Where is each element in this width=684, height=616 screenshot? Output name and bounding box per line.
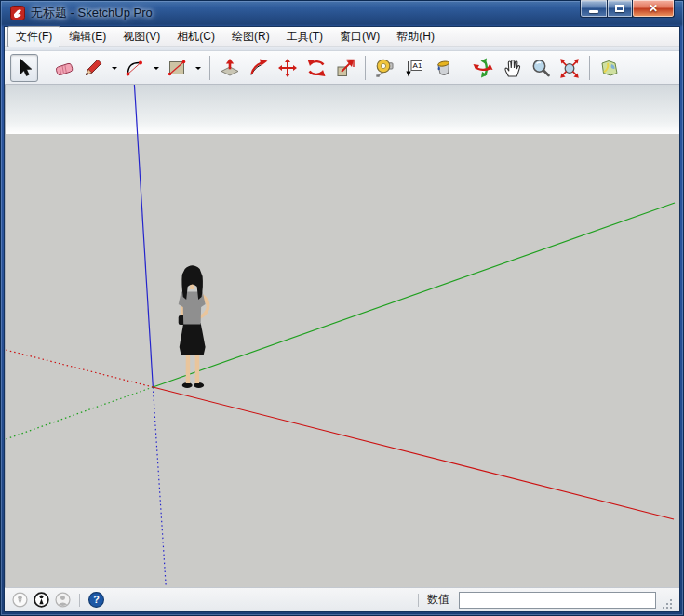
menu-view[interactable]: 视图(V) [114, 26, 168, 47]
model-credits-icon[interactable] [34, 592, 49, 608]
statusbar-separator [79, 594, 80, 607]
svg-text:A1: A1 [413, 61, 422, 70]
follow-me-icon [248, 57, 270, 79]
zoom-extents-icon [558, 57, 581, 79]
window-controls: ✕ [580, 0, 675, 18]
rotate-icon [305, 57, 328, 79]
toolbar-separator [589, 56, 590, 80]
figure-leg [186, 355, 190, 383]
menu-edit[interactable]: 编辑(E) [60, 26, 114, 47]
menu-window[interactable]: 窗口(W) [331, 26, 388, 47]
maximize-button[interactable] [607, 0, 633, 18]
text-icon: A1 [403, 57, 425, 79]
modeling-viewport[interactable] [5, 85, 679, 587]
menu-draw[interactable]: 绘图(R) [223, 26, 278, 47]
help-icon[interactable]: ? [88, 592, 104, 608]
rectangle-dropdown-button[interactable] [192, 54, 204, 82]
menu-camera[interactable]: 相机(C) [168, 26, 223, 47]
chevron-down-icon [112, 67, 117, 73]
toolbar-separator [365, 56, 366, 80]
menu-help[interactable]: 帮助(H) [388, 26, 443, 47]
toolbar-separator [463, 56, 463, 80]
resize-grip[interactable] [662, 598, 674, 610]
zoom-extents-tool-button[interactable] [556, 54, 583, 82]
arc-icon [124, 57, 146, 79]
rectangle-tool-button[interactable] [163, 54, 191, 82]
window-title: 无标题 - SketchUp Pro [31, 5, 153, 21]
rectangle-icon [166, 57, 188, 79]
menu-bar: 文件(F) 编辑(E) 视图(V) 相机(C) 绘图(R) 工具(T) 窗口(W… [5, 27, 679, 47]
push-pull-icon [219, 57, 241, 79]
tape-measure-tool-button[interactable] [371, 54, 399, 82]
figure-skirt [180, 323, 206, 355]
figure-leg [195, 355, 199, 383]
measurements-label: 数值 [427, 592, 449, 608]
select-tool-button[interactable] [10, 54, 38, 82]
rotate-tool-button[interactable] [302, 54, 330, 82]
zoom-tool-button[interactable] [527, 54, 555, 82]
eraser-icon [53, 57, 75, 79]
paint-bucket-icon [432, 57, 454, 79]
chevron-down-icon [154, 67, 159, 73]
toolbar-separator [209, 56, 210, 80]
sign-in-icon[interactable] [55, 592, 71, 608]
pan-hand-icon [501, 57, 523, 79]
move-tool-button[interactable] [274, 54, 302, 82]
toolbar: A1 [5, 51, 679, 85]
orbit-icon [472, 57, 494, 79]
sky [6, 85, 679, 134]
client-area: 文件(F) 编辑(E) 视图(V) 相机(C) 绘图(R) 工具(T) 窗口(W… [4, 26, 680, 612]
pencil-icon [82, 57, 104, 79]
viewport-canvas[interactable] [6, 85, 679, 587]
sketchup-logo-icon [10, 6, 25, 20]
menu-tools[interactable]: 工具(T) [278, 26, 331, 47]
chevron-down-icon [195, 67, 201, 73]
maximize-icon [615, 5, 624, 12]
eraser-tool-button[interactable] [50, 54, 78, 82]
scale-icon [334, 57, 356, 79]
pencil-tool-button[interactable] [79, 54, 107, 82]
minimize-button[interactable] [580, 0, 608, 18]
title-bar[interactable]: 无标题 - SketchUp Pro ✕ [4, 0, 680, 26]
geolocation-icon[interactable] [12, 592, 28, 608]
close-button[interactable]: ✕ [632, 0, 675, 18]
status-bar: ? 数值 [5, 587, 679, 611]
pan-tool-button[interactable] [498, 54, 526, 82]
add-location-tool-button[interactable] [596, 54, 624, 82]
arc-tool-button[interactable] [121, 54, 149, 82]
menu-file[interactable]: 文件(F) [7, 26, 60, 47]
move-icon [276, 57, 299, 79]
app-window: 无标题 - SketchUp Pro ✕ 文件(F) 编辑(E) 视图(V) 相… [0, 0, 684, 616]
select-arrow-icon [13, 57, 35, 79]
pencil-dropdown-button[interactable] [108, 54, 120, 82]
follow-me-tool-button[interactable] [245, 54, 273, 82]
text-tool-button[interactable]: A1 [400, 54, 428, 82]
close-icon: ✕ [649, 3, 658, 14]
paint-bucket-tool-button[interactable] [429, 54, 457, 82]
arc-dropdown-button[interactable] [150, 54, 162, 82]
svg-text:?: ? [93, 594, 100, 605]
push-pull-tool-button[interactable] [216, 54, 244, 82]
measurements-input[interactable] [459, 592, 656, 609]
orbit-tool-button[interactable] [469, 54, 497, 82]
minimize-icon [589, 10, 598, 13]
statusbar-separator [418, 594, 419, 607]
ground [6, 134, 679, 587]
scale-tool-button[interactable] [331, 54, 359, 82]
tape-measure-icon [374, 57, 396, 79]
add-location-map-icon [598, 57, 621, 79]
zoom-icon [530, 57, 552, 79]
